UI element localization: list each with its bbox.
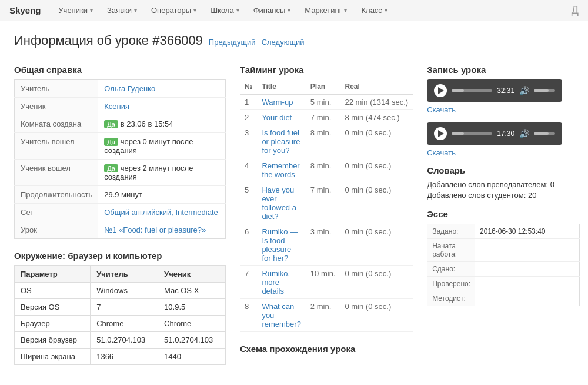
timing-table-row: 3Is food fuel or pleasure for you?8 min.… <box>240 125 413 158</box>
timing-row-title: Warm-up <box>257 94 305 110</box>
timing-row-real: 0 min (0 sec.) <box>340 158 413 182</box>
timing-table-row: 1Warm-up5 min.22 min (1314 sec.) <box>240 94 413 110</box>
chevron-down-icon: ▾ <box>385 7 387 14</box>
general-info-value: Дачерез 0 минут после создания <box>98 133 225 160</box>
timing-row-plan: 10 min. <box>306 266 340 299</box>
timing-row-plan: 3 min. <box>306 224 340 266</box>
essay-row-label: Сдано: <box>427 262 475 277</box>
general-info-label: Продолжительность <box>15 186 99 204</box>
prev-link[interactable]: Предыдущий <box>209 38 256 47</box>
vocab-student-count: Добавлено слов студентом: 20 <box>427 191 580 200</box>
essay-row-label: Задано: <box>427 224 475 239</box>
progress-bar-2[interactable] <box>452 132 492 135</box>
timing-table-row: 7Rumiko, more details10 min.0 min (0 sec… <box>240 266 413 299</box>
env-table-row: Версия браузер51.0.2704.10351.0.2704.103 <box>15 332 226 349</box>
timing-row-title: Rumiko, more details <box>257 266 305 299</box>
progress-bar-1[interactable] <box>452 89 492 92</box>
timing-row-num: 2 <box>240 110 257 125</box>
env-table-cell: Версия браузер <box>15 332 91 349</box>
general-info-label: Ученик <box>15 98 99 115</box>
middle-column: Тайминг урока №TitlePlanReal 1Warm-up5 m… <box>240 65 413 365</box>
navbar-item-class[interactable]: Класс ▾ <box>355 1 393 19</box>
timing-row-plan: 2 min. <box>306 299 340 332</box>
timing-row-plan: 8 min. <box>306 125 340 158</box>
env-table-row: БраузерChromeChrome <box>15 316 226 332</box>
general-info-label: Учитель вошел <box>15 133 99 160</box>
timing-row-num: 3 <box>240 125 257 158</box>
volume-icon-2[interactable]: 🔊 <box>519 129 529 138</box>
essay-section-title: Эссе <box>427 209 580 219</box>
timing-row-real: 8 min (474 sec.) <box>340 110 413 125</box>
timing-title-link[interactable]: Rumiko — Is food pleasure for her? <box>262 227 298 263</box>
next-link[interactable]: Следующий <box>262 38 305 47</box>
navbar-item-orders[interactable]: Заявки ▾ <box>101 1 143 19</box>
general-info-value: Дав 23.06 в 15:54 <box>98 115 225 133</box>
audio-player-1: 32:31 🔊 <box>427 79 562 102</box>
download-link-2[interactable]: Скачать <box>427 148 580 157</box>
timing-title-link[interactable]: Warm-up <box>262 98 293 107</box>
timing-row-real: 22 min (1314 sec.) <box>340 94 413 110</box>
right-column: Запись урока 32:31 🔊 Скачать 17:30 🔊 <box>427 65 580 365</box>
play-button-2[interactable] <box>434 127 447 140</box>
progress-fill-2 <box>452 132 464 135</box>
general-info-row: УченикКсения <box>15 98 226 115</box>
navbar-item-operators[interactable]: Операторы ▾ <box>145 1 202 19</box>
vocab-section: Словарь Добавлено слов преподавателем: 0… <box>427 165 580 200</box>
env-table-cell: 51.0.2704.103 <box>91 332 158 349</box>
essay-row-value <box>475 277 580 291</box>
timing-title-link[interactable]: Rumiko, more details <box>262 269 290 296</box>
timing-table: №TitlePlanReal 1Warm-up5 min.22 min (131… <box>240 79 413 332</box>
volume-slider-1[interactable] <box>534 89 555 92</box>
timing-table-row: 4Remember the words8 min.0 min (0 sec.) <box>240 158 413 182</box>
navbar-item-finances[interactable]: Финансы ▾ <box>248 1 297 19</box>
brand[interactable]: Skyeng <box>9 5 41 15</box>
timing-row-real: 0 min (0 sec.) <box>340 182 413 224</box>
essay-table-row: Проверено: <box>427 277 580 291</box>
general-info-link[interactable]: Ольга Гуденко <box>104 84 155 93</box>
recording-section-title: Запись урока <box>427 65 580 75</box>
essay-table-row: Методист: <box>427 291 580 306</box>
timing-title-link[interactable]: Remember the words <box>262 161 299 179</box>
timing-row-title: Your diet <box>257 110 305 125</box>
env-table-cell: Mac OS X <box>158 283 226 299</box>
chevron-down-icon: ▾ <box>90 7 93 14</box>
navbar-item-school[interactable]: Школа ▾ <box>205 1 245 19</box>
download-link-1[interactable]: Скачать <box>427 105 580 114</box>
timing-row-num: 4 <box>240 158 257 182</box>
essay-section: Эссе Задано:2016-06-30 12:53:40Начата ра… <box>427 209 580 306</box>
timing-row-title: Rumiko — Is food pleasure for her? <box>257 224 305 266</box>
timing-title-link[interactable]: What can you remember? <box>262 302 300 328</box>
env-table-row: Версия OS710.9.5 <box>15 299 226 316</box>
general-info-link[interactable]: №1 «Food: fuel or pleasure?» <box>104 225 206 234</box>
general-info-link[interactable]: Общий английский, Intermediate <box>104 208 218 217</box>
left-column: Общая справка УчительОльга ГуденкоУченик… <box>14 65 226 365</box>
volume-slider-2[interactable] <box>534 132 555 135</box>
timing-table-row: 2Your diet7 min.8 min (474 sec.) <box>240 110 413 125</box>
env-table-row: Ширина экрана13661440 <box>15 349 226 365</box>
status-badge: Да <box>104 164 118 172</box>
navbar-item-marketing[interactable]: Маркетинг ▾ <box>299 1 353 19</box>
environment-section-title: Окружение: браузер и компьютер <box>14 251 226 261</box>
timing-table-row: 6Rumiko — Is food pleasure for her?3 min… <box>240 224 413 266</box>
general-info-row: Учитель вошелДачерез 0 минут после созда… <box>15 133 226 160</box>
env-table-cell: OS <box>15 283 91 299</box>
volume-icon-1[interactable]: 🔊 <box>519 86 529 95</box>
general-section-title: Общая справка <box>14 65 226 75</box>
general-info-value: Дачерез 2 минут после создания <box>98 160 225 186</box>
timing-title-link[interactable]: Have you ever followed a diet? <box>262 185 296 221</box>
timing-title-link[interactable]: Is food fuel or pleasure for you? <box>262 128 300 155</box>
general-info-link[interactable]: Ксения <box>104 102 129 111</box>
essay-table: Задано:2016-06-30 12:53:40Начата работа:… <box>427 224 580 306</box>
timing-section-title: Тайминг урока <box>240 65 413 75</box>
timing-row-num: 7 <box>240 266 257 299</box>
env-table-row: OSWindowsMac OS X <box>15 283 226 299</box>
navbar-item-students[interactable]: Ученики ▾ <box>52 1 99 19</box>
play-button-1[interactable] <box>434 84 447 97</box>
timing-table-header: Title <box>257 79 305 94</box>
general-info-row: Урок№1 «Food: fuel or pleasure?» <box>15 221 226 239</box>
navbar-items: Ученики ▾ Заявки ▾ Операторы ▾ Школа ▾ Ф… <box>52 1 571 19</box>
general-info-table: УчительОльга ГуденкоУченикКсенияКомната … <box>14 79 226 239</box>
timing-title-link[interactable]: Your diet <box>262 113 292 122</box>
general-info-row: Комната созданаДав 23.06 в 15:54 <box>15 115 226 133</box>
user-icon[interactable]: Д <box>572 4 579 16</box>
